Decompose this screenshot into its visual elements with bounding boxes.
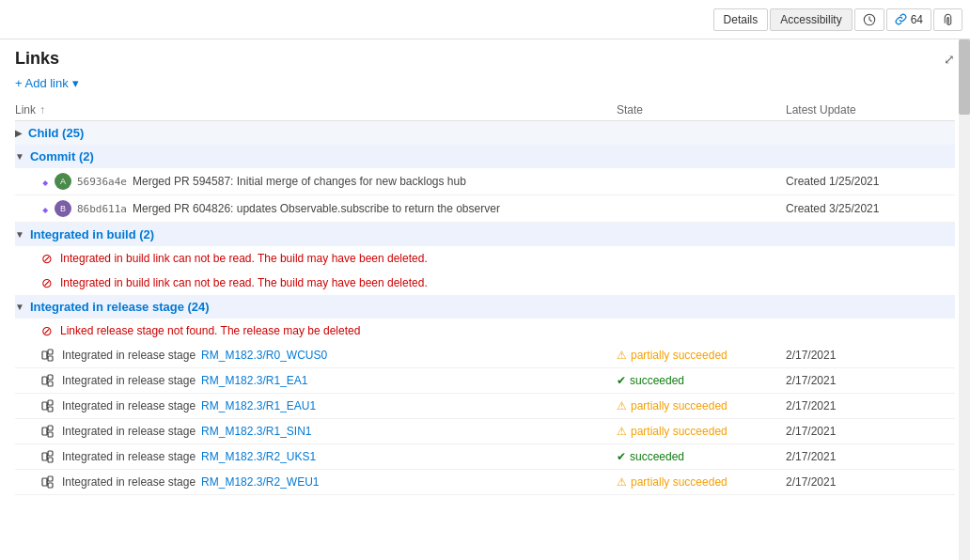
svg-rect-28	[48, 483, 53, 488]
error-icon: ⊘	[41, 275, 53, 290]
title-row: Links ⤢	[15, 49, 955, 69]
commit-icon: ⬥	[41, 201, 49, 216]
state-cell: ⚠ partially succeeded	[617, 425, 786, 438]
release-stage-icon	[41, 373, 56, 388]
table-header: Link ↑ State Latest Update	[15, 100, 955, 121]
state-success: ✔ succeeded	[617, 450, 786, 463]
group-row-child[interactable]: ▶ Child (25)	[15, 121, 955, 145]
date-cell: Created 1/25/2021	[786, 175, 955, 188]
links-count: 64	[911, 13, 923, 26]
release-link[interactable]: RM_M182.3/R2_UKS1	[201, 450, 316, 463]
page-title: Links	[15, 49, 59, 69]
svg-rect-3	[48, 356, 53, 361]
release-link-cell: Integrated in release stage RM_M182.3/R0…	[41, 348, 617, 363]
col-state-header: State	[617, 103, 786, 117]
expand-icon[interactable]: ⤢	[944, 52, 955, 67]
group-row-integrated-build[interactable]: ▼ Integrated in build (2)	[15, 223, 955, 246]
links-button[interactable]: 64	[886, 8, 931, 31]
svg-rect-17	[48, 426, 53, 430]
error-text: Linked release stage not found. The rele…	[60, 324, 360, 337]
date-cell: 2/17/2021	[786, 399, 955, 412]
col-link-header: Link ↑	[15, 103, 617, 117]
group-row-integrated-release[interactable]: ▼ Integrated in release stage (24)	[15, 295, 955, 319]
release-text: Integrated in release stage	[62, 475, 196, 489]
svg-rect-1	[42, 351, 47, 359]
error-icon: ⊘	[41, 323, 53, 338]
release-text: Integrated in release stage	[62, 399, 196, 412]
svg-rect-16	[42, 428, 47, 435]
group-label: Integrated in release stage (24)	[30, 300, 210, 314]
release-stage-icon	[41, 348, 56, 363]
state-partial: ⚠ partially succeeded	[617, 425, 786, 438]
group-label: Commit (2)	[30, 149, 94, 163]
avatar: B	[55, 200, 71, 217]
error-text: Integrated in build link can not be read…	[60, 252, 428, 265]
state-cell: ✔ succeeded	[617, 450, 786, 463]
commit-row: ⬥ A 56936a4e Merged PR 594587: Initial m…	[15, 168, 955, 195]
add-link-button[interactable]: + Add link ▾	[15, 76, 79, 90]
error-row: ⊘ Linked release stage not found. The re…	[15, 319, 955, 343]
top-bar: Details Accessibility 64	[0, 0, 970, 39]
accessibility-button[interactable]: Accessibility	[770, 8, 852, 31]
svg-rect-18	[48, 432, 53, 437]
state-success: ✔ succeeded	[617, 374, 786, 387]
svg-rect-12	[48, 400, 53, 405]
scrollbar-thumb[interactable]	[959, 39, 970, 115]
svg-rect-27	[48, 476, 53, 481]
release-stage-icon	[41, 449, 56, 464]
history-icon	[863, 13, 876, 26]
svg-rect-7	[48, 375, 53, 380]
group-label: Child (25)	[28, 126, 84, 140]
state-cell: ⚠ partially succeeded	[617, 399, 786, 412]
error-row: ⊘ Integrated in build link can not be re…	[15, 271, 955, 295]
release-text: Integrated in release stage	[62, 450, 196, 463]
error-icon: ⊘	[41, 251, 53, 266]
attachment-icon	[942, 13, 954, 26]
state-partial: ⚠ partially succeeded	[617, 399, 786, 412]
release-link-cell: Integrated in release stage RM_M182.3/R1…	[41, 373, 617, 388]
commit-hash: 56936a4e	[77, 176, 127, 188]
date-cell: 2/17/2021	[786, 349, 955, 362]
details-button[interactable]: Details	[713, 8, 769, 31]
release-link[interactable]: RM_M182.3/R1_EA1	[201, 374, 307, 387]
release-row: Integrated in release stage RM_M182.3/R0…	[15, 343, 955, 368]
group-label: Integrated in build (2)	[30, 227, 154, 241]
release-link[interactable]: RM_M182.3/R1_SIN1	[201, 425, 311, 438]
commit-row: ⬥ B 86bd611a Merged PR 604826: updates O…	[15, 195, 955, 223]
release-row: Integrated in release stage RM_M182.3/R1…	[15, 394, 955, 419]
attachment-button[interactable]	[933, 8, 962, 31]
release-link[interactable]: RM_M182.3/R2_WEU1	[201, 475, 319, 489]
release-stage-icon	[41, 474, 56, 490]
release-text: Integrated in release stage	[62, 349, 196, 362]
release-link-cell: Integrated in release stage RM_M182.3/R2…	[41, 449, 617, 464]
history-button[interactable]	[854, 8, 884, 31]
svg-rect-22	[48, 451, 53, 456]
chevron-icon: ▼	[15, 229, 24, 240]
error-row: ⊘ Integrated in build link can not be re…	[15, 246, 955, 271]
release-link-cell: Integrated in release stage RM_M182.3/R1…	[41, 398, 617, 413]
state-cell: ⚠ partially succeeded	[617, 349, 786, 362]
col-latest-update-header: Latest Update	[786, 103, 955, 117]
commit-text: Merged PR 594587: Initial merge of chang…	[133, 175, 466, 188]
svg-rect-8	[48, 381, 53, 386]
group-row-commit[interactable]: ▼ Commit (2)	[15, 145, 955, 168]
release-link[interactable]: RM_M182.3/R1_EAU1	[201, 399, 316, 412]
main-content: Links ⤢ + Add link ▾ Link ↑ State Latest…	[0, 39, 970, 560]
state-partial: ⚠ partially succeeded	[617, 475, 786, 489]
date-cell: Created 3/25/2021	[786, 202, 955, 215]
commit-link-cell: ⬥ B 86bd611a Merged PR 604826: updates O…	[41, 200, 617, 217]
error-text: Integrated in build link can not be read…	[60, 276, 428, 289]
svg-rect-6	[42, 377, 47, 384]
release-row: Integrated in release stage RM_M182.3/R2…	[15, 470, 955, 495]
scrollbar-track[interactable]	[959, 39, 970, 560]
release-link[interactable]: RM_M182.3/R0_WCUS0	[201, 349, 327, 362]
chevron-icon: ▼	[15, 151, 24, 162]
date-cell: 2/17/2021	[786, 425, 955, 438]
chevron-icon: ▼	[15, 302, 24, 312]
state-cell: ✔ succeeded	[617, 374, 786, 387]
svg-rect-2	[48, 350, 53, 354]
date-cell: 2/17/2021	[786, 450, 955, 463]
avatar: A	[55, 173, 71, 190]
date-cell: 2/17/2021	[786, 475, 955, 489]
state-cell: ⚠ partially succeeded	[617, 475, 786, 489]
